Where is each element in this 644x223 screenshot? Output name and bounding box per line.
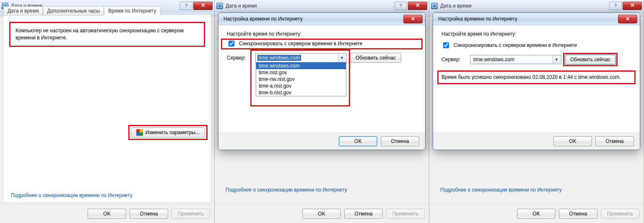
apply-button: Применить bbox=[601, 209, 639, 219]
change-settings-button[interactable]: Изменить параметры... bbox=[131, 127, 205, 137]
dialog-cancel-button[interactable]: Отмена bbox=[595, 136, 634, 146]
dialog-title: Настройка времени по Интернету bbox=[223, 16, 303, 22]
server-option[interactable]: time-nw.nist.gov bbox=[256, 76, 346, 83]
server-dropdown: time.windows.com time.nist.gov time-nw.n… bbox=[256, 62, 346, 96]
dialog-intro: Настройте время по Интернету: bbox=[441, 31, 631, 37]
ok-button[interactable]: OK bbox=[88, 209, 126, 219]
learn-more-link[interactable]: Подробнее о синхронизации времени по Инт… bbox=[11, 192, 132, 198]
update-now-button[interactable]: Обновить сейчас bbox=[350, 53, 401, 63]
internet-time-settings-dialog: Настройка времени по Интернету ✕ Настрой… bbox=[218, 13, 426, 150]
sync-checkbox[interactable] bbox=[229, 41, 234, 47]
server-option[interactable]: time.nist.gov bbox=[256, 69, 346, 76]
close-button[interactable]: ✕ bbox=[408, 2, 427, 10]
server-option[interactable]: time-b.nist.gov bbox=[256, 89, 346, 96]
tab-internet-time[interactable]: Время по Интернету bbox=[104, 6, 160, 16]
help-button[interactable]: ? bbox=[395, 2, 407, 10]
window-title: Дата и время bbox=[440, 3, 471, 9]
dropdown-arrow-icon[interactable]: ▼ bbox=[553, 56, 560, 63]
server-combobox[interactable]: time.windows.com ▼ time.windows.com time… bbox=[255, 53, 347, 62]
window-title: Дата и время bbox=[226, 3, 257, 9]
server-option[interactable]: time.windows.com bbox=[256, 62, 346, 69]
server-combobox[interactable]: time.windows.com ▼ bbox=[470, 55, 561, 64]
learn-more-link[interactable]: Подробнее о синхронизации времени по Инт… bbox=[226, 187, 347, 193]
dialog-title: Настройка времени по Интернету bbox=[438, 16, 517, 22]
datetime-icon bbox=[431, 3, 438, 9]
update-now-button[interactable]: Обновить сейчас bbox=[565, 54, 616, 65]
sync-status-message: Компьютер не настроен на автоматическую … bbox=[9, 22, 205, 47]
shield-icon bbox=[136, 129, 143, 136]
sync-checkbox[interactable] bbox=[443, 42, 449, 48]
help-button[interactable]: ? bbox=[180, 2, 192, 10]
dialog-close-button[interactable]: ✕ bbox=[618, 15, 637, 23]
window-titlebar: Дата и время ? ✕ bbox=[215, 0, 429, 12]
cancel-button[interactable]: Отмена bbox=[559, 209, 597, 219]
tab-date-time[interactable]: Дата и время bbox=[3, 6, 43, 16]
server-selected-value: time.windows.com bbox=[472, 57, 516, 62]
sync-checkbox-label: Синхронизировать с сервером времени в Ин… bbox=[454, 42, 577, 48]
dialog-close-button[interactable]: ✕ bbox=[403, 15, 423, 23]
change-settings-label: Изменить параметры... bbox=[145, 130, 200, 135]
cancel-button[interactable]: Отмена bbox=[344, 209, 383, 219]
apply-button: Применить bbox=[386, 209, 425, 219]
dropdown-arrow-icon[interactable]: ▼ bbox=[338, 54, 345, 62]
server-selected-value: time.windows.com bbox=[257, 55, 301, 61]
cancel-button[interactable]: Отмена bbox=[130, 209, 168, 219]
ok-button[interactable]: OK bbox=[517, 209, 556, 219]
tab-additional-clocks[interactable]: Дополнительные часы bbox=[43, 6, 104, 16]
sync-result-message: Время было успешно синхронизовано 02.08.… bbox=[441, 74, 631, 81]
dialog-ok-button[interactable]: OK bbox=[339, 136, 377, 146]
dialog-cancel-button[interactable]: Отмена bbox=[381, 136, 419, 146]
server-option[interactable]: time-a.nist.gov bbox=[256, 83, 346, 89]
window-titlebar: Дата и время ? ✕ bbox=[429, 0, 644, 12]
ok-button[interactable]: OK bbox=[302, 209, 341, 219]
server-label: Сервер: bbox=[441, 57, 467, 62]
datetime-icon bbox=[216, 3, 223, 9]
close-button[interactable]: ✕ bbox=[193, 2, 213, 10]
close-button[interactable]: ✕ bbox=[623, 2, 642, 10]
dialog-ok-button[interactable]: OK bbox=[553, 136, 592, 146]
sync-checkbox-label: Синхронизировать с сервером времени в Ин… bbox=[239, 41, 362, 47]
help-button[interactable]: ? bbox=[609, 2, 622, 10]
dialog-intro: Настройте время по Интернету: bbox=[227, 31, 417, 37]
learn-more-link[interactable]: Подробнее о синхронизации времени по Инт… bbox=[440, 187, 562, 193]
apply-button: Применить bbox=[171, 209, 210, 219]
internet-time-settings-dialog: Настройка времени по Интернету ✕ Настрой… bbox=[433, 13, 640, 150]
server-label: Сервер: bbox=[227, 55, 252, 61]
